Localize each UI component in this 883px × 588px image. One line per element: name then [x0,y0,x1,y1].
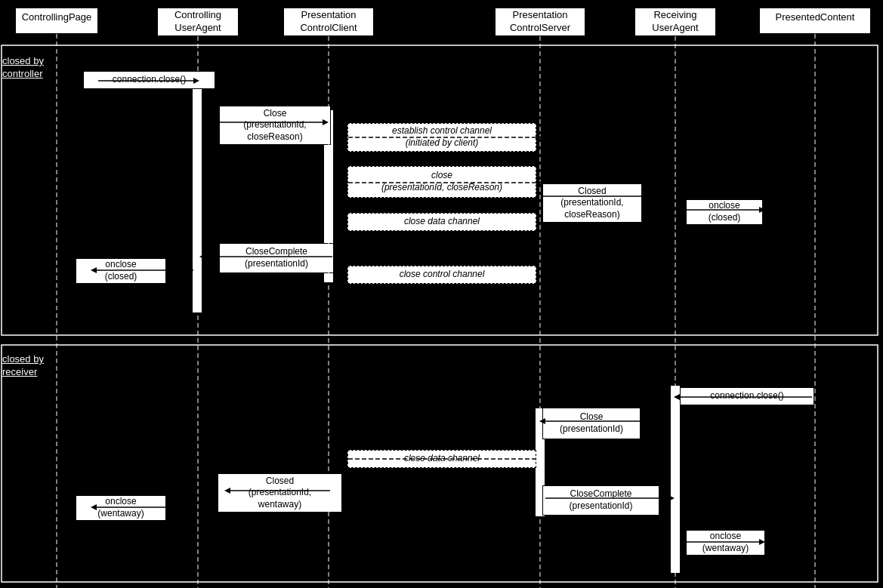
note-close-data-2: close data channel [347,450,536,468]
msg-onclose-wentaway-controller: onclose(wentaway) [76,495,166,521]
msg-close-complete-2: CloseComplete(presentationId) [542,485,659,516]
actor-presentation-cs: PresentationControlServer [495,8,585,36]
svg-marker-29 [330,456,336,462]
note-close-data-1: close data channel [347,213,536,231]
actor-receiving-ua: ReceivingUserAgent [634,8,716,36]
msg-close-1: Close(presentationId,closeReason) [219,106,331,145]
svg-marker-15 [536,180,542,186]
msg-connection-close-1: connection.close() [83,71,215,89]
note-close-control: close control channel [347,266,536,284]
msg-onclose-wentaway-receiver: onclose(wentaway) [686,530,765,556]
msg-closed-2: Closed(presentationId,wentaway) [218,473,342,513]
svg-marker-17 [642,193,648,199]
msg-onclose-closed-controller: onclose(closed) [76,258,166,284]
act-bar-rua-2 [670,385,681,574]
svg-marker-13 [536,134,542,140]
msg-closed-1: Closed(presentationId,closeReason) [542,183,642,223]
section-label-controller: closed bycontroller [2,55,44,81]
msg-close-complete-1: CloseComplete(presentationId) [219,243,334,273]
sequence-diagram: ControllingPage ControllingUserAgent Pre… [0,0,883,588]
act-bar-cua-1 [192,72,202,313]
actor-controlling-page: ControllingPage [15,8,98,34]
section-label-receiver: closed byreceiver [2,353,44,379]
msg-onclose-closed-receiver: onclose(closed) [686,199,763,225]
note-establish-control: establish control channel(initiated by c… [347,123,536,152]
msg-connection-close-2: connection.close() [680,387,814,405]
actor-presented-content: PresentedContent [759,8,871,34]
actor-presentation-cc: PresentationControlClient [283,8,374,36]
actor-controlling-ua: ControllingUserAgent [157,8,239,36]
msg-close-2: Close(presentationId) [542,408,641,439]
note-close-pres: close(presentationId, closeReason) [347,166,536,198]
